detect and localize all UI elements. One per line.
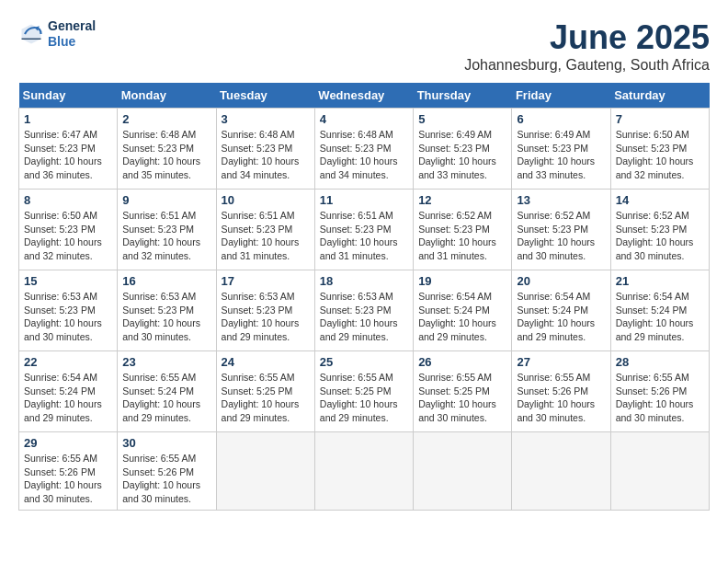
title-area: June 2025 Johannesburg, Gauteng, South A… bbox=[464, 18, 710, 74]
day-info: Sunrise: 6:47 AMSunset: 5:23 PMDaylight:… bbox=[24, 129, 102, 180]
calendar-cell: 2Sunrise: 6:48 AMSunset: 5:23 PMDaylight… bbox=[118, 109, 216, 190]
day-number: 5 bbox=[418, 112, 506, 126]
month-title: June 2025 bbox=[464, 18, 710, 57]
day-info: Sunrise: 6:49 AMSunset: 5:23 PMDaylight:… bbox=[517, 129, 595, 180]
calendar-table: SundayMondayTuesdayWednesdayThursdayFrid… bbox=[18, 83, 710, 511]
location-title: Johannesburg, Gauteng, South Africa bbox=[464, 57, 710, 74]
calendar-cell: 17Sunrise: 6:53 AMSunset: 5:23 PMDayligh… bbox=[216, 270, 314, 351]
calendar-cell: 16Sunrise: 6:53 AMSunset: 5:23 PMDayligh… bbox=[118, 270, 216, 351]
day-info: Sunrise: 6:51 AMSunset: 5:23 PMDaylight:… bbox=[320, 210, 398, 261]
day-number: 11 bbox=[320, 193, 408, 207]
calendar-cell: 4Sunrise: 6:48 AMSunset: 5:23 PMDaylight… bbox=[314, 109, 413, 190]
day-info: Sunrise: 6:53 AMSunset: 5:23 PMDaylight:… bbox=[222, 291, 300, 342]
calendar-cell: 3Sunrise: 6:48 AMSunset: 5:23 PMDaylight… bbox=[216, 109, 314, 190]
calendar-cell: 5Sunrise: 6:49 AMSunset: 5:23 PMDaylight… bbox=[414, 109, 512, 190]
day-info: Sunrise: 6:51 AMSunset: 5:23 PMDaylight:… bbox=[122, 210, 200, 261]
day-number: 29 bbox=[24, 436, 112, 450]
day-info: Sunrise: 6:52 AMSunset: 5:23 PMDaylight:… bbox=[418, 210, 496, 261]
day-number: 13 bbox=[517, 193, 605, 207]
day-info: Sunrise: 6:52 AMSunset: 5:23 PMDaylight:… bbox=[517, 210, 595, 261]
calendar-cell: 30Sunrise: 6:55 AMSunset: 5:26 PMDayligh… bbox=[118, 432, 216, 511]
weekday-header-friday: Friday bbox=[512, 83, 610, 109]
logo: General Blue bbox=[18, 18, 96, 50]
day-number: 20 bbox=[517, 274, 605, 288]
calendar-cell: 25Sunrise: 6:55 AMSunset: 5:25 PMDayligh… bbox=[314, 351, 413, 432]
day-number: 16 bbox=[122, 274, 210, 288]
calendar-cell: 23Sunrise: 6:55 AMSunset: 5:24 PMDayligh… bbox=[118, 351, 216, 432]
day-info: Sunrise: 6:55 AMSunset: 5:24 PMDaylight:… bbox=[122, 372, 200, 423]
day-info: Sunrise: 6:55 AMSunset: 5:25 PMDaylight:… bbox=[222, 372, 300, 423]
header: General Blue June 2025 Johannesburg, Gau… bbox=[18, 18, 710, 74]
day-info: Sunrise: 6:51 AMSunset: 5:23 PMDaylight:… bbox=[222, 210, 300, 261]
weekday-header-thursday: Thursday bbox=[414, 83, 512, 109]
day-number: 3 bbox=[222, 112, 310, 126]
calendar-cell: 11Sunrise: 6:51 AMSunset: 5:23 PMDayligh… bbox=[314, 190, 413, 270]
day-number: 15 bbox=[24, 274, 112, 288]
calendar-cell: 27Sunrise: 6:55 AMSunset: 5:26 PMDayligh… bbox=[512, 351, 610, 432]
calendar-cell: 1Sunrise: 6:47 AMSunset: 5:23 PMDaylight… bbox=[19, 109, 118, 190]
calendar-cell: 24Sunrise: 6:55 AMSunset: 5:25 PMDayligh… bbox=[216, 351, 314, 432]
calendar-cell: 20Sunrise: 6:54 AMSunset: 5:24 PMDayligh… bbox=[512, 270, 610, 351]
day-info: Sunrise: 6:48 AMSunset: 5:23 PMDaylight:… bbox=[122, 129, 200, 180]
calendar-cell bbox=[512, 432, 610, 511]
day-info: Sunrise: 6:54 AMSunset: 5:24 PMDaylight:… bbox=[517, 291, 595, 342]
day-info: Sunrise: 6:50 AMSunset: 5:23 PMDaylight:… bbox=[616, 129, 694, 180]
day-info: Sunrise: 6:55 AMSunset: 5:26 PMDaylight:… bbox=[616, 372, 694, 423]
calendar-cell: 15Sunrise: 6:53 AMSunset: 5:23 PMDayligh… bbox=[19, 270, 118, 351]
calendar-cell: 22Sunrise: 6:54 AMSunset: 5:24 PMDayligh… bbox=[19, 351, 118, 432]
calendar-week-row: 15Sunrise: 6:53 AMSunset: 5:23 PMDayligh… bbox=[19, 270, 710, 351]
day-number: 1 bbox=[24, 112, 112, 126]
calendar-week-row: 1Sunrise: 6:47 AMSunset: 5:23 PMDaylight… bbox=[19, 109, 710, 190]
day-number: 14 bbox=[616, 193, 704, 207]
day-number: 8 bbox=[24, 193, 112, 207]
day-number: 22 bbox=[24, 355, 112, 369]
weekday-header-sunday: Sunday bbox=[19, 83, 118, 109]
day-info: Sunrise: 6:49 AMSunset: 5:23 PMDaylight:… bbox=[418, 129, 496, 180]
logo-icon bbox=[18, 21, 44, 47]
calendar-week-row: 22Sunrise: 6:54 AMSunset: 5:24 PMDayligh… bbox=[19, 351, 710, 432]
calendar-cell: 14Sunrise: 6:52 AMSunset: 5:23 PMDayligh… bbox=[610, 190, 709, 270]
day-number: 30 bbox=[122, 436, 210, 450]
day-info: Sunrise: 6:54 AMSunset: 5:24 PMDaylight:… bbox=[24, 372, 102, 423]
calendar-cell: 10Sunrise: 6:51 AMSunset: 5:23 PMDayligh… bbox=[216, 190, 314, 270]
day-info: Sunrise: 6:53 AMSunset: 5:23 PMDaylight:… bbox=[122, 291, 200, 342]
day-info: Sunrise: 6:55 AMSunset: 5:26 PMDaylight:… bbox=[122, 453, 200, 504]
day-number: 18 bbox=[320, 274, 408, 288]
calendar-cell: 28Sunrise: 6:55 AMSunset: 5:26 PMDayligh… bbox=[610, 351, 709, 432]
day-number: 23 bbox=[122, 355, 210, 369]
day-number: 26 bbox=[418, 355, 506, 369]
day-info: Sunrise: 6:50 AMSunset: 5:23 PMDaylight:… bbox=[24, 210, 102, 261]
calendar-week-row: 29Sunrise: 6:55 AMSunset: 5:26 PMDayligh… bbox=[19, 432, 710, 511]
weekday-header-row: SundayMondayTuesdayWednesdayThursdayFrid… bbox=[19, 83, 710, 109]
calendar-cell: 18Sunrise: 6:53 AMSunset: 5:23 PMDayligh… bbox=[314, 270, 413, 351]
calendar-week-row: 8Sunrise: 6:50 AMSunset: 5:23 PMDaylight… bbox=[19, 190, 710, 270]
day-number: 25 bbox=[320, 355, 408, 369]
day-number: 17 bbox=[222, 274, 310, 288]
calendar-cell: 29Sunrise: 6:55 AMSunset: 5:26 PMDayligh… bbox=[19, 432, 118, 511]
day-info: Sunrise: 6:53 AMSunset: 5:23 PMDaylight:… bbox=[320, 291, 398, 342]
calendar-cell bbox=[610, 432, 709, 511]
calendar-cell: 21Sunrise: 6:54 AMSunset: 5:24 PMDayligh… bbox=[610, 270, 709, 351]
calendar-cell: 9Sunrise: 6:51 AMSunset: 5:23 PMDaylight… bbox=[118, 190, 216, 270]
day-info: Sunrise: 6:55 AMSunset: 5:26 PMDaylight:… bbox=[517, 372, 595, 423]
day-info: Sunrise: 6:53 AMSunset: 5:23 PMDaylight:… bbox=[24, 291, 102, 342]
calendar-cell bbox=[314, 432, 413, 511]
day-number: 4 bbox=[320, 112, 408, 126]
day-number: 27 bbox=[517, 355, 605, 369]
day-info: Sunrise: 6:54 AMSunset: 5:24 PMDaylight:… bbox=[616, 291, 694, 342]
day-info: Sunrise: 6:55 AMSunset: 5:25 PMDaylight:… bbox=[418, 372, 496, 423]
day-info: Sunrise: 6:54 AMSunset: 5:24 PMDaylight:… bbox=[418, 291, 496, 342]
weekday-header-saturday: Saturday bbox=[610, 83, 709, 109]
weekday-header-wednesday: Wednesday bbox=[314, 83, 413, 109]
day-number: 19 bbox=[418, 274, 506, 288]
day-number: 9 bbox=[122, 193, 210, 207]
calendar-cell: 8Sunrise: 6:50 AMSunset: 5:23 PMDaylight… bbox=[19, 190, 118, 270]
day-info: Sunrise: 6:48 AMSunset: 5:23 PMDaylight:… bbox=[320, 129, 398, 180]
weekday-header-monday: Monday bbox=[118, 83, 216, 109]
day-info: Sunrise: 6:55 AMSunset: 5:26 PMDaylight:… bbox=[24, 453, 102, 504]
day-number: 24 bbox=[222, 355, 310, 369]
calendar-cell: 19Sunrise: 6:54 AMSunset: 5:24 PMDayligh… bbox=[414, 270, 512, 351]
day-info: Sunrise: 6:52 AMSunset: 5:23 PMDaylight:… bbox=[616, 210, 694, 261]
day-info: Sunrise: 6:55 AMSunset: 5:25 PMDaylight:… bbox=[320, 372, 398, 423]
day-number: 21 bbox=[616, 274, 704, 288]
